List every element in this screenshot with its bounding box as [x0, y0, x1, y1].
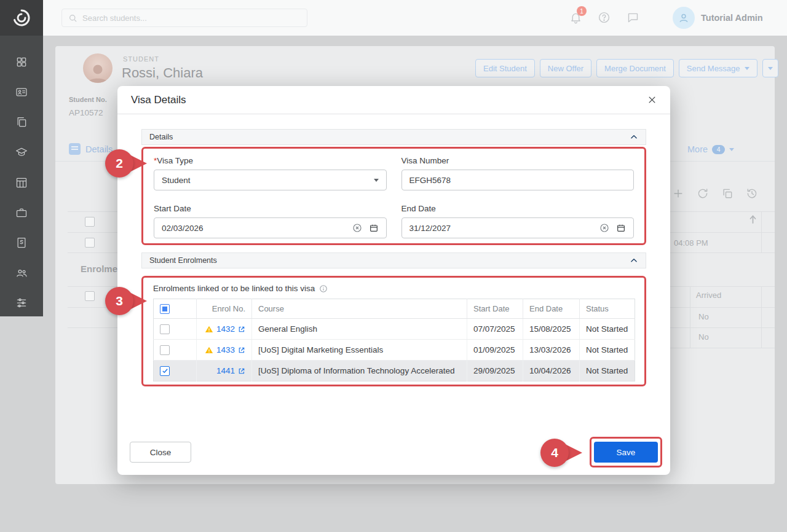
column-divider: [690, 286, 690, 348]
chevron-up-icon[interactable]: [630, 133, 638, 141]
close-button[interactable]: [647, 95, 657, 104]
more-actions-button[interactable]: [762, 59, 778, 77]
dashboard-icon: [15, 56, 28, 68]
modal-close-button[interactable]: Close: [130, 442, 191, 463]
save-button[interactable]: Save: [594, 442, 658, 463]
more-tabs-dropdown[interactable]: More 4: [687, 144, 734, 154]
end-date-input[interactable]: 31/12/2027: [401, 217, 635, 238]
sidebar-item-dashboard[interactable]: [0, 47, 43, 77]
enrolments-section-header[interactable]: Student Enrolments: [141, 252, 646, 268]
add-icon[interactable]: [672, 187, 684, 200]
external-link-icon[interactable]: [238, 346, 245, 354]
visa-number-field: Visa Number EFGH5678: [401, 156, 635, 190]
close-icon: [647, 95, 657, 104]
start-date-label-text: Start Date: [154, 204, 191, 213]
table-row[interactable]: 1432 General English 07/07/2025 15/08/20…: [154, 319, 635, 340]
row-checkbox[interactable]: [85, 238, 95, 248]
merge-document-button[interactable]: Merge Document: [596, 59, 674, 77]
table-row-selected[interactable]: 1441 [UoS] Diploma of Information Techno…: [154, 361, 635, 381]
arrived-cell: No: [698, 332, 709, 342]
row-divider: [68, 232, 117, 233]
tab-details[interactable]: Details: [69, 143, 113, 155]
sidebar-nav: [0, 36, 43, 318]
sort-ascending-icon[interactable]: [749, 214, 757, 227]
new-offer-button[interactable]: New Offer: [540, 59, 591, 77]
search-box[interactable]: [61, 9, 307, 27]
chat-button[interactable]: [627, 11, 639, 26]
send-message-button[interactable]: Send Message: [679, 59, 757, 77]
sidebar: [0, 0, 43, 316]
annotation-highlight-save: Save: [590, 437, 662, 467]
history-icon[interactable]: [746, 187, 758, 200]
row-checkbox-checked[interactable]: [160, 366, 170, 376]
refresh-icon[interactable]: [697, 187, 709, 200]
sidebar-item-students[interactable]: [0, 77, 43, 107]
details-section-label: Details: [149, 133, 173, 141]
info-icon[interactable]: [319, 284, 328, 293]
user-avatar[interactable]: [673, 7, 695, 29]
enrolments-section-label: Student Enrolments: [149, 256, 217, 265]
app-logo[interactable]: [0, 0, 43, 36]
row-checkbox[interactable]: [85, 217, 95, 227]
visa-type-value: Student: [162, 176, 374, 185]
row-checkbox[interactable]: [160, 345, 170, 355]
subject-document-icon: [15, 237, 28, 249]
calendar-picker-button[interactable]: [616, 223, 626, 233]
visa-number-input[interactable]: EFGH5678: [401, 170, 635, 190]
student-photo-silhouette: [85, 62, 110, 83]
arrived-cell: No: [698, 312, 709, 321]
student-card-icon: [15, 86, 28, 98]
search-input[interactable]: [82, 14, 291, 23]
start-date-cell: 01/09/2025: [467, 340, 523, 361]
visa-number-value: EFGH5678: [409, 176, 627, 185]
status-cell: Not Started: [580, 361, 635, 381]
sidebar-item-subjects[interactable]: [0, 227, 43, 257]
annotation-highlight-form: *Visa Type Student Visa Number EFGH5678: [141, 147, 646, 245]
table-row[interactable]: 1433 [UoS] Digital Marketing Essentials …: [154, 340, 635, 361]
row-divider: [670, 211, 775, 212]
sidebar-item-documents[interactable]: [0, 107, 43, 137]
sidebar-item-employers[interactable]: [0, 197, 43, 227]
calendar-picker-button[interactable]: [369, 223, 379, 233]
student-name: Rossi, Chiara: [122, 65, 203, 81]
select-all-checkbox[interactable]: [85, 291, 95, 301]
details-tab-icon: [69, 143, 81, 155]
enrolments-caption-text: Enrolments linked or to be linked to thi…: [153, 284, 315, 293]
row-checkbox[interactable]: [160, 324, 170, 334]
help-button[interactable]: [598, 11, 611, 26]
enrolments-caption: Enrolments linked or to be linked to thi…: [153, 284, 635, 293]
row-divider: [68, 286, 117, 287]
chevron-down-icon: [745, 67, 749, 70]
modal-title: Visa Details: [131, 94, 186, 106]
visa-type-select[interactable]: Student: [154, 170, 387, 190]
modal-body: Details *Visa Type Student Visa Number: [117, 129, 670, 386]
annotation-step-4: 4: [540, 439, 569, 467]
student-no-value: AP10572: [69, 108, 103, 117]
enrol-no-link[interactable]: 1441: [216, 366, 235, 375]
people-icon: [15, 267, 28, 279]
row-divider: [68, 211, 117, 212]
sidebar-item-courses[interactable]: [0, 137, 43, 167]
sidebar-item-settings[interactable]: [0, 288, 43, 318]
select-all-checkbox[interactable]: [160, 304, 170, 314]
copy-icon[interactable]: [721, 187, 734, 200]
send-message-label: Send Message: [687, 64, 740, 73]
chevron-up-icon[interactable]: [630, 256, 638, 265]
sidebar-item-contacts[interactable]: [0, 257, 43, 288]
clear-date-button[interactable]: [352, 223, 362, 233]
enrol-no-link[interactable]: 1433: [216, 345, 235, 354]
briefcase-icon: [15, 206, 28, 219]
edit-student-button[interactable]: Edit Student: [475, 59, 535, 77]
col-enrol-no: Enrol No.: [197, 299, 252, 319]
visa-details-modal: Visa Details Details *Visa Type Student: [117, 86, 670, 475]
column-divider: [761, 211, 762, 252]
external-link-icon[interactable]: [238, 326, 245, 333]
details-section-header[interactable]: Details: [141, 129, 646, 145]
visa-number-label: Visa Number: [401, 156, 635, 165]
external-link-icon[interactable]: [238, 367, 245, 375]
start-date-input[interactable]: 02/03/2026: [154, 217, 387, 238]
user-name: Tutorial Admin: [701, 13, 763, 23]
clear-date-button[interactable]: [599, 223, 609, 233]
enrol-no-link[interactable]: 1432: [216, 324, 235, 334]
sidebar-item-timetable[interactable]: [0, 167, 43, 197]
